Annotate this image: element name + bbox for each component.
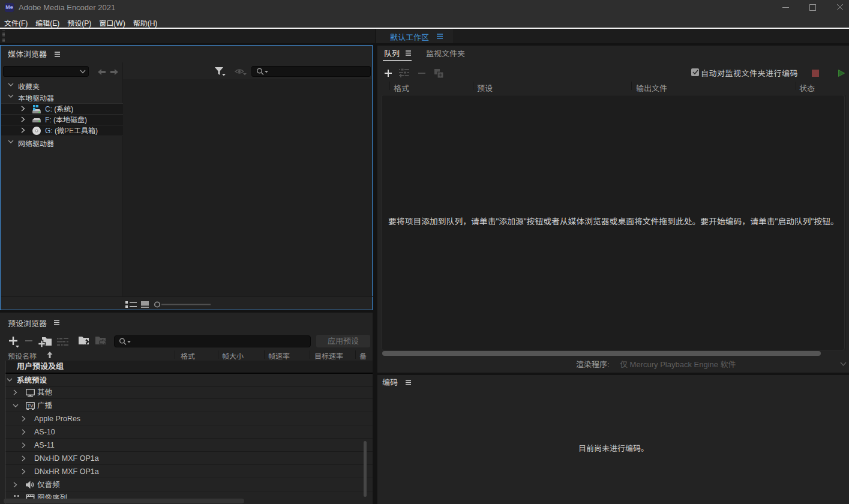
svg-text:TV: TV [28, 403, 34, 409]
